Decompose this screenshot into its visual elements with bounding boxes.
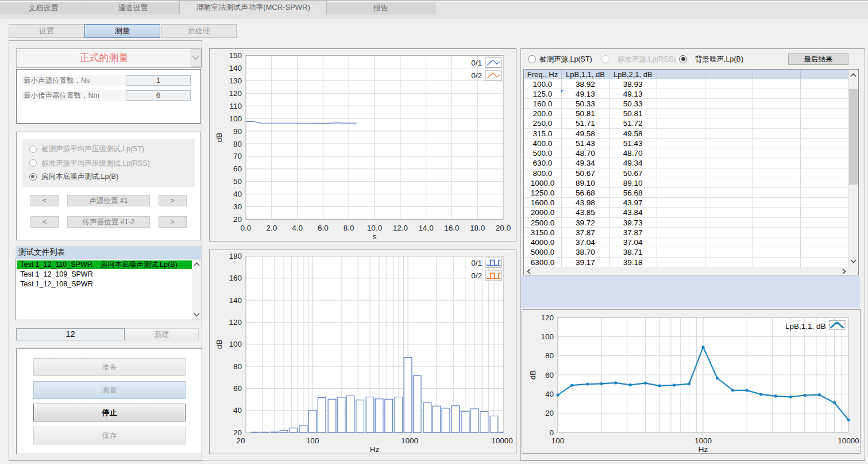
svg-text:dB: dB xyxy=(215,132,223,142)
svg-text:20: 20 xyxy=(236,436,245,445)
svg-text:80: 80 xyxy=(545,351,554,360)
svg-text:0/2: 0/2 xyxy=(471,71,482,80)
svg-text:100: 100 xyxy=(229,340,242,348)
svg-text:80: 80 xyxy=(233,362,241,370)
svg-text:40: 40 xyxy=(233,406,241,415)
svg-text:0/1: 0/1 xyxy=(471,58,482,67)
svg-text:14.0: 14.0 xyxy=(418,223,433,232)
svg-text:90: 90 xyxy=(233,126,241,135)
svg-text:20.0: 20.0 xyxy=(495,223,510,232)
svg-text:Hz: Hz xyxy=(369,445,379,454)
svg-text:10000: 10000 xyxy=(491,436,513,445)
svg-text:100: 100 xyxy=(306,436,319,445)
svg-text:60: 60 xyxy=(233,164,241,173)
svg-text:16.0: 16.0 xyxy=(444,223,459,232)
svg-text:s: s xyxy=(372,232,376,240)
svg-text:140: 140 xyxy=(229,296,242,304)
svg-text:10.0: 10.0 xyxy=(367,223,381,232)
svg-text:2.0: 2.0 xyxy=(266,223,277,232)
svg-text:20: 20 xyxy=(545,409,554,417)
svg-text:50: 50 xyxy=(233,177,241,186)
svg-text:100: 100 xyxy=(551,436,565,445)
svg-text:110: 110 xyxy=(229,101,242,110)
svg-text:140: 140 xyxy=(229,63,242,72)
svg-text:80: 80 xyxy=(233,139,241,148)
svg-text:40: 40 xyxy=(545,390,554,398)
svg-text:180: 180 xyxy=(229,252,242,260)
svg-text:6.0: 6.0 xyxy=(318,223,329,232)
svg-text:20: 20 xyxy=(233,428,241,436)
svg-text:0/1: 0/1 xyxy=(471,258,482,267)
svg-text:dB: dB xyxy=(215,339,223,349)
svg-text:20: 20 xyxy=(233,215,241,224)
svg-text:4.0: 4.0 xyxy=(292,223,303,232)
svg-text:dB: dB xyxy=(528,370,537,380)
svg-text:0: 0 xyxy=(549,428,554,437)
svg-text:160: 160 xyxy=(229,274,242,282)
svg-text:60: 60 xyxy=(545,371,554,379)
svg-text:40: 40 xyxy=(233,190,241,198)
svg-text:70: 70 xyxy=(233,152,241,160)
svg-text:60: 60 xyxy=(233,384,241,392)
svg-text:100: 100 xyxy=(229,114,242,122)
svg-text:18.0: 18.0 xyxy=(470,223,485,232)
svg-text:120: 120 xyxy=(229,317,242,326)
svg-text:12.0: 12.0 xyxy=(392,223,407,232)
svg-text:8.0: 8.0 xyxy=(343,223,354,232)
svg-text:130: 130 xyxy=(229,76,242,85)
svg-text:100: 100 xyxy=(541,332,554,341)
svg-text:1000: 1000 xyxy=(695,436,712,445)
svg-text:120: 120 xyxy=(229,89,242,97)
svg-text:10000: 10000 xyxy=(838,436,859,445)
svg-text:0/2: 0/2 xyxy=(471,271,482,280)
svg-text:0.0: 0.0 xyxy=(240,223,251,232)
svg-text:LpB,1,1, dB: LpB,1,1, dB xyxy=(785,322,826,331)
svg-text:Hz: Hz xyxy=(699,445,708,453)
svg-text:150: 150 xyxy=(229,51,242,60)
svg-text:120: 120 xyxy=(541,313,554,322)
svg-text:1000: 1000 xyxy=(400,436,418,445)
svg-text:30: 30 xyxy=(233,202,241,211)
